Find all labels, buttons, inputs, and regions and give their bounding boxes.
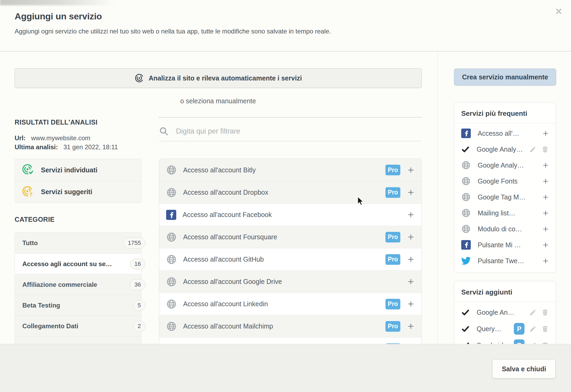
globe-icon bbox=[461, 176, 471, 186]
add-service-icon[interactable] bbox=[407, 256, 414, 263]
frequent-service-label: Google Analy… bbox=[477, 146, 523, 153]
add-service-icon[interactable] bbox=[407, 189, 414, 196]
pro-badge: Pro bbox=[385, 299, 400, 309]
frequent-row-google-tag-manager[interactable]: Google Tag M… bbox=[454, 189, 556, 205]
search-bar bbox=[159, 122, 422, 141]
service-row-foursquare[interactable]: Accesso all'account Foursquare Pro bbox=[159, 226, 421, 248]
add-service-icon[interactable] bbox=[407, 323, 414, 330]
service-label: Accesso all'account Bitly bbox=[183, 166, 256, 174]
search-icon bbox=[159, 126, 169, 136]
category-count-badge: 36 bbox=[130, 279, 145, 290]
add-service-icon[interactable] bbox=[542, 194, 549, 201]
create-service-manually-button[interactable]: Crea servizio manualmente bbox=[454, 69, 556, 86]
add-service-icon[interactable] bbox=[542, 258, 549, 264]
service-label: Accesso all'account Mailchimp bbox=[183, 322, 273, 330]
url-label: Url: bbox=[15, 134, 26, 142]
frequent-row-google-analytics-added[interactable]: Google Analy… bbox=[454, 141, 556, 157]
category-item-collegamento-dati[interactable]: Collegamento Dati 2 bbox=[15, 316, 141, 336]
page-subtitle: Aggiungi ogni servizio che utilizzi nel … bbox=[15, 28, 331, 35]
frequent-row-facebook-login[interactable]: Accesso all'… bbox=[454, 125, 556, 141]
add-service-icon[interactable] bbox=[542, 178, 549, 185]
facebook-icon bbox=[461, 240, 471, 250]
service-label: Accesso all'account Google Drive bbox=[183, 278, 282, 286]
category-item-affiliazione[interactable]: Affiliazione commerciale 36 bbox=[15, 274, 141, 295]
frequent-services-heading: Servizi più frequenti bbox=[454, 103, 556, 123]
frequent-service-label: Pulsante Mi … bbox=[478, 241, 521, 249]
radar-scan-icon bbox=[134, 73, 144, 83]
service-row-bitly[interactable]: Accesso all'account Bitly Pro bbox=[159, 159, 421, 181]
added-service-label: Google An… bbox=[477, 309, 514, 316]
last-analysis-label: Ultima analisi: bbox=[15, 143, 58, 151]
added-row-google-analytics[interactable]: Google An… bbox=[454, 304, 556, 321]
pro-badge: Pro bbox=[385, 187, 400, 198]
pro-badge: Pro bbox=[385, 165, 400, 175]
add-service-icon[interactable] bbox=[542, 242, 549, 248]
edit-pencil-icon[interactable] bbox=[529, 146, 536, 153]
services-suggested-label: Servizi suggeriti bbox=[41, 188, 92, 196]
add-service-icon[interactable] bbox=[407, 278, 414, 285]
delete-trash-icon[interactable] bbox=[541, 325, 549, 333]
service-label: Accesso all'account Facebook bbox=[183, 211, 272, 219]
radar-check-icon bbox=[22, 164, 35, 176]
service-row-mailchimp[interactable]: Accesso all'account Mailchimp Pro bbox=[159, 315, 421, 337]
service-row-facebook[interactable]: Accesso all'account Facebook bbox=[159, 203, 421, 226]
add-service-icon[interactable] bbox=[407, 167, 414, 174]
globe-icon bbox=[461, 208, 471, 218]
frequent-row-mailing-list[interactable]: Mailing list… bbox=[454, 205, 556, 221]
pro-badge: Pro bbox=[385, 321, 400, 332]
services-found-row[interactable]: Servizi individuati bbox=[15, 159, 141, 181]
service-row-github[interactable]: Accesso all'account GitHub Pro bbox=[159, 248, 421, 270]
edit-pencil-icon[interactable] bbox=[529, 309, 536, 316]
or-select-manually-label: o seleziona manualmente bbox=[15, 97, 422, 105]
edit-pencil-icon[interactable] bbox=[529, 325, 536, 333]
globe-icon bbox=[461, 192, 471, 202]
search-bottom-divider bbox=[159, 141, 422, 141]
add-service-icon[interactable] bbox=[407, 211, 414, 218]
added-row-query[interactable]: Query… P bbox=[454, 321, 556, 337]
categories-heading: CATEGORIE bbox=[15, 216, 54, 223]
globe-icon bbox=[166, 276, 177, 287]
facebook-icon bbox=[461, 129, 471, 138]
frequent-services-card: Servizi più frequenti Accesso all'… Goog… bbox=[454, 102, 556, 273]
service-label: Accesso all'account Dropbox bbox=[183, 189, 268, 196]
service-row-google-drive[interactable]: Accesso all'account Google Drive bbox=[159, 270, 421, 293]
category-item-beta-testing[interactable]: Beta Testing 5 bbox=[15, 295, 141, 316]
categories-list: Tutto 1755 Accesso agli account su se… 1… bbox=[15, 232, 141, 357]
services-list: Accesso all'account Bitly Pro Accesso al… bbox=[159, 159, 422, 360]
delete-trash-icon[interactable] bbox=[541, 309, 549, 316]
frequent-row-modulo-di-contatto[interactable]: Modulo di co… bbox=[454, 221, 556, 237]
services-suggested-row[interactable]: Servizi suggeriti bbox=[15, 181, 141, 203]
close-icon[interactable]: × bbox=[555, 6, 562, 17]
frequent-row-google-fonts[interactable]: Google Fonts bbox=[454, 173, 556, 189]
category-label: Accesso agli account su se… bbox=[22, 260, 112, 268]
globe-icon bbox=[461, 160, 471, 170]
analyze-site-button[interactable]: Analizza il sito e rileva automaticament… bbox=[15, 68, 422, 88]
page-title: Aggiungi un servizio bbox=[15, 11, 102, 22]
category-item-accesso-account[interactable]: Accesso agli account su se… 16 bbox=[15, 253, 141, 274]
add-service-icon[interactable] bbox=[542, 130, 549, 137]
globe-icon bbox=[166, 187, 177, 198]
add-service-icon[interactable] bbox=[542, 162, 549, 169]
frequent-service-label: Google Fonts bbox=[478, 177, 518, 185]
globe-icon bbox=[461, 224, 471, 234]
modal-footer: Salva e chiudi bbox=[0, 344, 571, 392]
radar-question-icon bbox=[22, 186, 35, 198]
category-label: Beta Testing bbox=[22, 302, 60, 309]
search-input[interactable] bbox=[176, 127, 422, 135]
service-row-dropbox[interactable]: Accesso all'account Dropbox Pro bbox=[159, 181, 421, 203]
add-service-icon[interactable] bbox=[407, 233, 414, 241]
add-service-icon[interactable] bbox=[542, 210, 549, 216]
vertical-divider bbox=[438, 52, 438, 344]
delete-trash-icon[interactable] bbox=[541, 146, 549, 153]
pro-badge: Pro bbox=[385, 254, 400, 265]
frequent-row-pulsante-mi-piace[interactable]: Pulsante Mi … bbox=[454, 237, 556, 253]
add-service-icon[interactable] bbox=[542, 226, 549, 232]
analysis-results-box: Servizi individuati Servizi suggeriti bbox=[15, 159, 141, 203]
save-and-close-button[interactable]: Salva e chiudi bbox=[492, 359, 556, 378]
service-row-linkedin[interactable]: Accesso all'account Linkedin Pro bbox=[159, 293, 421, 315]
category-count-badge: 1755 bbox=[123, 237, 145, 249]
add-service-icon[interactable] bbox=[407, 300, 414, 308]
frequent-row-google-analytics[interactable]: Google Analy… bbox=[454, 157, 556, 173]
category-item-tutto[interactable]: Tutto 1755 bbox=[15, 233, 141, 253]
frequent-row-pulsante-tweet[interactable]: Pulsante Twe… bbox=[454, 253, 556, 269]
